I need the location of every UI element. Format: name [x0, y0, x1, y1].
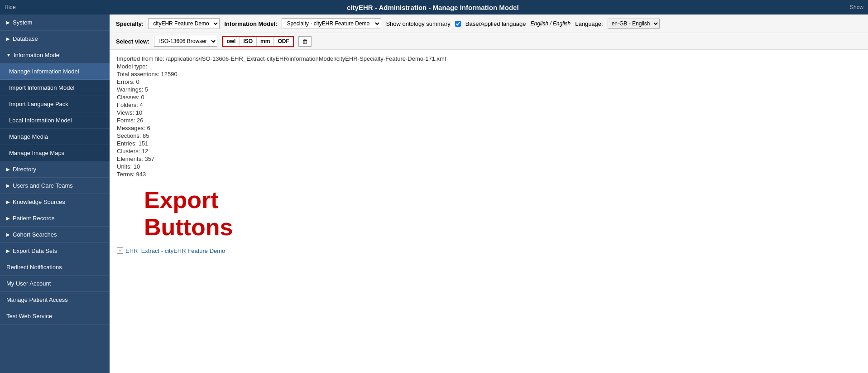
sidebar-item-patient-records[interactable]: ▶ Patient Records — [0, 210, 110, 227]
show-ontology-checkbox[interactable] — [455, 21, 461, 27]
sidebar-item-cohort-searches[interactable]: ▶ Cohort Searches — [0, 227, 110, 243]
specialty-select[interactable]: cityEHR Feature Demo — [148, 18, 220, 29]
sidebar-item-label: Information Model — [14, 52, 61, 58]
sidebar-item-label: Import Information Model — [9, 84, 75, 91]
sidebar-item-my-user-account[interactable]: My User Account — [0, 276, 110, 292]
sidebar-item-information-model[interactable]: ▼ Information Model — [0, 47, 110, 63]
folders: Folders: 4 — [117, 102, 861, 108]
export-odf-button[interactable]: ODF — [274, 37, 293, 46]
sidebar-item-system[interactable]: ▶ System — [0, 15, 110, 31]
tree-root-item[interactable]: + EHR_Extract - cityEHR Feature Demo — [117, 247, 861, 254]
sidebar-item-directory[interactable]: ▶ Directory — [0, 161, 110, 178]
information-model-select[interactable]: Specialty - cityEHR Feature Demo — [282, 18, 381, 29]
show-ontology-label: Show ontology summary — [386, 20, 450, 27]
terms: Terms: 943 — [117, 171, 861, 178]
export-arrow-icon: ▶ — [6, 248, 10, 253]
warnings: Warnings: 5 — [117, 86, 861, 93]
main-layout: ▶ System ▶ Database ▼ Information Model … — [0, 15, 868, 373]
main-panel: Imported from file: /applications/ISO-13… — [110, 50, 868, 373]
sidebar-item-import-language-pack[interactable]: Import Language Pack — [0, 96, 110, 112]
sidebar-item-import-information-model[interactable]: Import Information Model — [0, 80, 110, 96]
sidebar-item-label: Redirect Notifications — [6, 264, 62, 271]
total-assertions: Total assertions: 12590 — [117, 71, 861, 78]
sidebar-item-manage-image-maps[interactable]: Manage Image Maps — [0, 145, 110, 161]
sidebar-item-label: Cohort Searches — [13, 231, 57, 238]
entries: Entries: 151 — [117, 140, 861, 147]
sidebar-item-label: Import Language Pack — [9, 101, 68, 107]
sidebar-item-manage-media[interactable]: Manage Media — [0, 129, 110, 145]
knowledge-arrow-icon: ▶ — [6, 199, 10, 204]
base-applied-language-label: Base/Applied language — [465, 20, 526, 27]
directory-arrow-icon: ▶ — [6, 167, 10, 172]
users-arrow-icon: ▶ — [6, 183, 10, 188]
information-model-label: Information Model: — [224, 20, 277, 27]
sidebar-item-local-information-model[interactable]: Local Information Model — [0, 112, 110, 129]
sidebar-item-label: Manage Patient Access — [6, 296, 68, 303]
sidebar-item-redirect-notifications[interactable]: Redirect Notifications — [0, 259, 110, 276]
sidebar-item-label: Manage Media — [9, 133, 48, 140]
sidebar-item-database[interactable]: ▶ Database — [0, 31, 110, 47]
sidebar-item-label: Users and Care Teams — [13, 182, 73, 189]
sidebar-item-knowledge-sources[interactable]: ▶ Knowledge Sources — [0, 194, 110, 210]
hide-button[interactable]: Hide — [5, 4, 16, 10]
sidebar-item-label: My User Account — [6, 280, 51, 287]
tree-root-label: EHR_Extract - cityEHR Feature Demo — [125, 247, 225, 254]
sections: Sections: 85 — [117, 132, 861, 139]
imported-from: Imported from file: /applications/ISO-13… — [117, 55, 861, 62]
sidebar-item-manage-information-model[interactable]: Manage Information Model — [0, 63, 110, 80]
export-overlay-line1: Export — [144, 187, 861, 214]
clusters: Clusters: 12 — [117, 148, 861, 155]
forms: Forms: 26 — [117, 117, 861, 124]
language-select[interactable]: en-GB - English — [608, 19, 660, 29]
information-model-arrow-icon: ▼ — [6, 53, 11, 58]
sidebar-item-test-web-service[interactable]: Test Web Service — [0, 308, 110, 325]
sidebar: ▶ System ▶ Database ▼ Information Model … — [0, 15, 110, 373]
select-view-label: Select view: — [116, 38, 149, 45]
content-area: Specialty: cityEHR Feature Demo Informat… — [110, 15, 868, 373]
export-iso-button[interactable]: ISO — [240, 37, 257, 46]
sidebar-item-label: Manage Information Model — [9, 68, 79, 75]
sidebar-item-export-data-sets[interactable]: ▶ Export Data Sets — [0, 243, 110, 259]
sidebar-item-manage-patient-access[interactable]: Manage Patient Access — [0, 292, 110, 308]
page-title: cityEHR - Administration - Manage Inform… — [16, 4, 850, 11]
base-applied-language-value: English / English — [531, 20, 571, 27]
tree-expand-icon[interactable]: + — [117, 247, 123, 254]
sidebar-item-label: Database — [13, 35, 38, 42]
toolbar-row-2: Select view: ISO-13606 Browser owl ISO m… — [110, 33, 868, 50]
top-bar: Hide cityEHR - Administration - Manage I… — [0, 0, 868, 15]
sidebar-item-label: System — [13, 19, 32, 26]
classes: Classes: 0 — [117, 94, 861, 101]
show-button[interactable]: Show — [850, 4, 863, 10]
export-overlay: Export Buttons — [144, 187, 861, 241]
cohort-arrow-icon: ▶ — [6, 232, 10, 237]
errors: Errors: 0 — [117, 78, 861, 85]
toolbar-row-1: Specialty: cityEHR Feature Demo Informat… — [110, 15, 868, 33]
sidebar-item-label: Local Information Model — [9, 117, 72, 124]
sidebar-item-label: Knowledge Sources — [13, 199, 65, 205]
export-owl-button[interactable]: owl — [223, 37, 240, 46]
units: Units: 10 — [117, 163, 861, 170]
sidebar-item-label: Test Web Service — [6, 313, 52, 320]
model-type: Model type: — [117, 63, 861, 70]
messages: Messages: 6 — [117, 125, 861, 131]
export-mm-button[interactable]: mm — [257, 37, 274, 46]
system-arrow-icon: ▶ — [6, 20, 10, 25]
sidebar-item-users-care-teams[interactable]: ▶ Users and Care Teams — [0, 178, 110, 194]
sidebar-item-label: Manage Image Maps — [9, 150, 64, 156]
patient-arrow-icon: ▶ — [6, 216, 10, 221]
export-buttons-box: owl ISO mm ODF — [222, 36, 293, 47]
views: Views: 10 — [117, 109, 861, 116]
sidebar-item-label: Export Data Sets — [13, 247, 57, 254]
sidebar-item-label: Patient Records — [13, 215, 55, 222]
language-label: Language: — [575, 20, 603, 27]
select-view-select[interactable]: ISO-13606 Browser — [154, 36, 217, 47]
elements: Elements: 357 — [117, 155, 861, 162]
delete-button[interactable]: 🗑 — [298, 36, 312, 47]
specialty-label: Specialty: — [116, 20, 144, 27]
export-overlay-line2: Buttons — [144, 214, 861, 241]
sidebar-item-label: Directory — [13, 166, 36, 173]
database-arrow-icon: ▶ — [6, 36, 10, 41]
